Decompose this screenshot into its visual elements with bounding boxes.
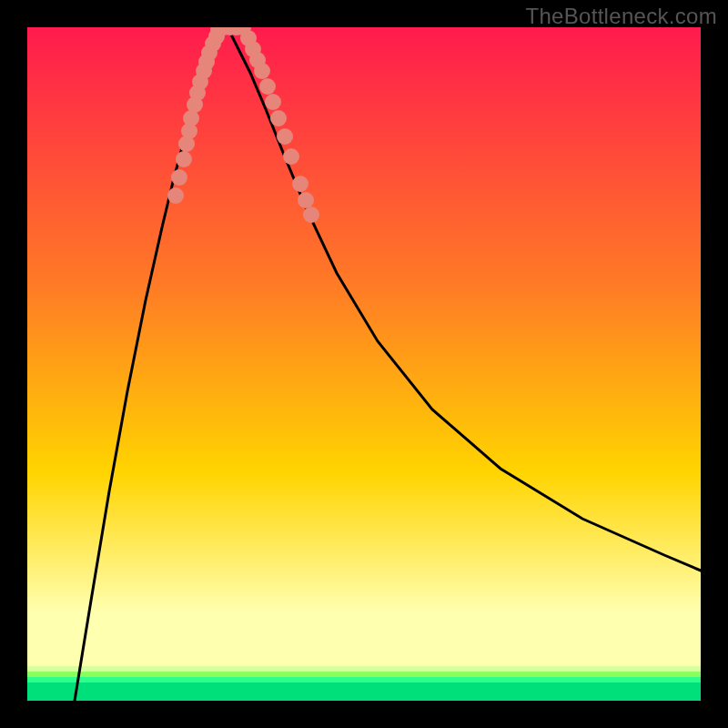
data-point-right-dots: [265, 94, 281, 110]
data-point-right-dots: [298, 192, 314, 208]
chart-area: [27, 27, 701, 701]
data-point-left-dots: [167, 187, 184, 204]
data-point-right-dots: [259, 78, 276, 95]
bottleneck-curve: [228, 27, 701, 571]
data-point-right-dots: [277, 128, 293, 145]
data-point-right-dots: [254, 63, 270, 79]
curve-svg: [27, 27, 701, 701]
data-point-right-dots: [283, 148, 299, 165]
data-point-right-dots: [270, 110, 287, 126]
bottleneck-curve: [75, 27, 228, 701]
data-point-left-dots: [176, 151, 192, 167]
watermark-text: TheBottleneck.com: [525, 4, 717, 29]
data-point-right-dots: [292, 176, 308, 192]
data-point-left-dots: [171, 169, 187, 186]
chart-stage: TheBottleneck.com: [0, 0, 728, 728]
data-point-right-dots: [303, 207, 319, 223]
